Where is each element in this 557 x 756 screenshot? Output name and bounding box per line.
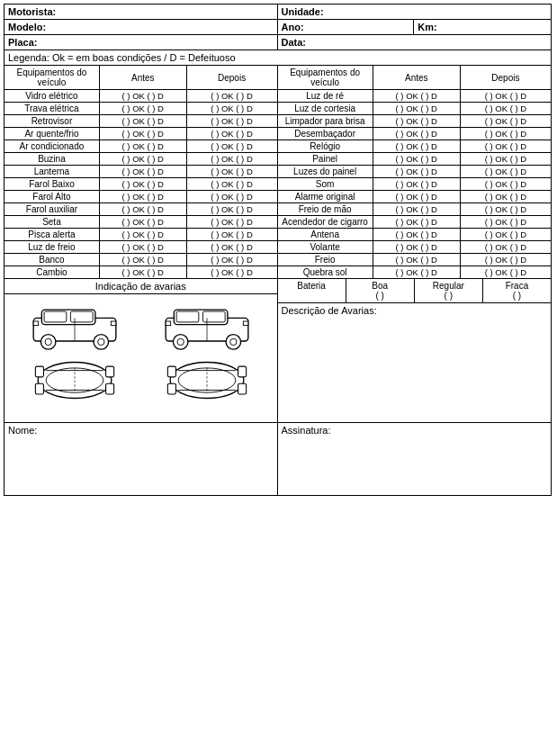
modelo-label: Modelo: bbox=[8, 22, 46, 32]
right-table-row: Painel ( ) OK ( ) D ( ) OK ( ) D bbox=[278, 153, 552, 166]
right-item-name: Quebra sol bbox=[278, 266, 373, 278]
right-item-name: Acendedor de cigarro bbox=[278, 216, 373, 228]
left-item-name: Farol auxiliar bbox=[4, 203, 100, 215]
right-item-name: Freio de mão bbox=[278, 203, 373, 215]
right-item-depois: ( ) OK ( ) D bbox=[461, 128, 551, 140]
left-table-row: Farol Alto ( ) OK ( ) D ( ) OK ( ) D bbox=[4, 191, 277, 203]
left-item-depois: ( ) OK ( ) D bbox=[187, 128, 277, 140]
right-item-depois: ( ) OK ( ) D bbox=[461, 216, 551, 228]
car-rear-image bbox=[148, 302, 267, 351]
left-item-depois: ( ) OK ( ) D bbox=[187, 178, 277, 190]
right-item-antes: ( ) OK ( ) D bbox=[373, 241, 461, 253]
svg-rect-3 bbox=[70, 311, 93, 322]
right-table-row: Antena ( ) OK ( ) D ( ) OK ( ) D bbox=[278, 229, 552, 241]
svg-point-7 bbox=[97, 338, 103, 345]
left-item-name: Lanterna bbox=[4, 166, 100, 177]
right-col-header-depois: Depois bbox=[461, 66, 551, 89]
left-table-row: Ar quente/frio ( ) OK ( ) D ( ) OK ( ) D bbox=[4, 128, 277, 140]
right-table-row: Desembaçador ( ) OK ( ) D ( ) OK ( ) D bbox=[278, 128, 552, 140]
car-top-front-image bbox=[14, 358, 134, 403]
right-item-depois: ( ) OK ( ) D bbox=[461, 103, 551, 114]
right-col-header-eq: Equipamentos do veículo bbox=[278, 66, 373, 89]
left-table-row: Farol Baixo ( ) OK ( ) D ( ) OK ( ) D bbox=[4, 178, 277, 191]
right-item-antes: ( ) OK ( ) D bbox=[373, 254, 461, 266]
left-item-antes: ( ) OK ( ) D bbox=[100, 115, 187, 127]
right-item-depois: ( ) OK ( ) D bbox=[461, 115, 551, 127]
left-item-depois: ( ) OK ( ) D bbox=[187, 216, 277, 228]
car-front-image bbox=[14, 302, 134, 351]
left-table-row: Ar condicionado ( ) OK ( ) D ( ) OK ( ) … bbox=[4, 140, 277, 153]
right-item-name: Antena bbox=[278, 229, 373, 240]
svg-rect-27 bbox=[35, 366, 43, 377]
left-item-name: Retrovisor bbox=[4, 115, 100, 127]
right-item-name: Luz de ré bbox=[278, 90, 373, 102]
right-item-name: Luzes do painel bbox=[278, 166, 373, 177]
left-item-depois: ( ) OK ( ) D bbox=[187, 166, 277, 177]
right-item-depois: ( ) OK ( ) D bbox=[461, 266, 551, 278]
left-item-depois: ( ) OK ( ) D bbox=[187, 203, 277, 215]
nome-section: Nome: bbox=[4, 423, 278, 495]
left-item-antes: ( ) OK ( ) D bbox=[100, 166, 187, 177]
svg-point-5 bbox=[45, 338, 51, 345]
svg-rect-2 bbox=[44, 311, 67, 322]
right-table-row: Relógio ( ) OK ( ) D ( ) OK ( ) D bbox=[278, 140, 552, 153]
right-item-depois: ( ) OK ( ) D bbox=[461, 191, 551, 202]
left-item-depois: ( ) OK ( ) D bbox=[187, 254, 277, 266]
right-item-antes: ( ) OK ( ) D bbox=[373, 128, 461, 140]
right-item-depois: ( ) OK ( ) D bbox=[461, 203, 551, 215]
right-item-antes: ( ) OK ( ) D bbox=[373, 103, 461, 114]
right-item-antes: ( ) OK ( ) D bbox=[373, 115, 461, 127]
right-item-name: Som bbox=[278, 178, 373, 190]
left-item-name: Farol Baixo bbox=[4, 178, 100, 190]
left-item-name: Banco bbox=[4, 254, 100, 266]
right-item-antes: ( ) OK ( ) D bbox=[373, 216, 461, 228]
left-item-name: Buzina bbox=[4, 153, 100, 165]
legenda-text: Legenda: Ok = em boas condições / D = De… bbox=[8, 52, 236, 63]
placa-label: Placa: bbox=[8, 37, 37, 48]
left-item-antes: ( ) OK ( ) D bbox=[100, 178, 187, 190]
svg-rect-9 bbox=[111, 321, 116, 326]
battery-regular: Regular ( ) bbox=[415, 279, 483, 302]
battery-fraca: Fraca ( ) bbox=[483, 279, 551, 302]
left-table-row: Seta ( ) OK ( ) D ( ) OK ( ) D bbox=[4, 216, 277, 229]
car-top-rear-svg bbox=[157, 358, 256, 403]
left-table-row: Banco ( ) OK ( ) D ( ) OK ( ) D bbox=[4, 254, 277, 266]
nome-label: Nome: bbox=[8, 425, 37, 436]
left-item-depois: ( ) OK ( ) D bbox=[187, 191, 277, 202]
right-table-row: Quebra sol ( ) OK ( ) D ( ) OK ( ) D bbox=[278, 266, 552, 278]
right-table-row: Luzes do painel ( ) OK ( ) D ( ) OK ( ) … bbox=[278, 166, 552, 178]
svg-rect-29 bbox=[35, 383, 43, 394]
left-item-depois: ( ) OK ( ) D bbox=[187, 103, 277, 114]
assinatura-label: Assinatura: bbox=[282, 425, 331, 436]
left-item-depois: ( ) OK ( ) D bbox=[187, 153, 277, 165]
right-item-antes: ( ) OK ( ) D bbox=[373, 203, 461, 215]
left-item-antes: ( ) OK ( ) D bbox=[100, 140, 187, 152]
right-item-antes: ( ) OK ( ) D bbox=[373, 191, 461, 202]
right-item-antes: ( ) OK ( ) D bbox=[373, 229, 461, 240]
svg-rect-36 bbox=[167, 366, 175, 377]
left-table-row: Cambio ( ) OK ( ) D ( ) OK ( ) D bbox=[4, 266, 277, 278]
left-item-antes: ( ) OK ( ) D bbox=[100, 229, 187, 240]
left-col-header-depois: Depois bbox=[187, 66, 277, 89]
left-item-antes: ( ) OK ( ) D bbox=[100, 203, 187, 215]
left-item-antes: ( ) OK ( ) D bbox=[100, 254, 187, 266]
right-item-antes: ( ) OK ( ) D bbox=[373, 90, 461, 102]
svg-rect-37 bbox=[238, 366, 246, 377]
svg-rect-39 bbox=[238, 383, 246, 394]
right-item-depois: ( ) OK ( ) D bbox=[461, 178, 551, 190]
ano-label: Ano: bbox=[282, 22, 304, 32]
right-item-depois: ( ) OK ( ) D bbox=[461, 254, 551, 266]
left-item-name: Ar condicionado bbox=[4, 140, 100, 152]
svg-rect-19 bbox=[166, 321, 171, 326]
left-table-row: Pisca alerta ( ) OK ( ) D ( ) OK ( ) D bbox=[4, 229, 277, 241]
right-item-depois: ( ) OK ( ) D bbox=[461, 229, 551, 240]
right-item-depois: ( ) OK ( ) D bbox=[461, 153, 551, 165]
left-item-antes: ( ) OK ( ) D bbox=[100, 191, 187, 202]
left-item-antes: ( ) OK ( ) D bbox=[100, 103, 187, 114]
right-item-antes: ( ) OK ( ) D bbox=[373, 153, 461, 165]
left-item-name: Seta bbox=[4, 216, 100, 228]
battery-boa: Boa ( ) bbox=[346, 279, 415, 302]
right-table-row: Som ( ) OK ( ) D ( ) OK ( ) D bbox=[278, 178, 552, 191]
avarias-title: Indicação de avarias bbox=[4, 279, 277, 294]
left-table-row: Retrovisor ( ) OK ( ) D ( ) OK ( ) D bbox=[4, 115, 277, 128]
